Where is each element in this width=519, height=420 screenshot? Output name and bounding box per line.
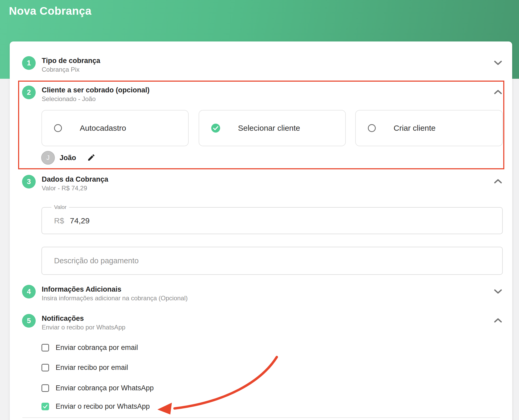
descricao-placeholder: Descrição do pagamento xyxy=(42,256,139,265)
chevron-down-icon[interactable] xyxy=(494,60,502,65)
chevron-up-icon[interactable] xyxy=(494,90,502,94)
section-5-title: Notificações xyxy=(42,314,84,323)
section-1-subtitle: Cobrança Pix xyxy=(42,66,80,73)
checkbox-label: Enviar cobrança por email xyxy=(56,344,138,352)
option-label: Selecionar cliente xyxy=(238,124,300,133)
chevron-up-icon[interactable] xyxy=(494,179,502,184)
checkbox-enviar-recibo-whatsapp[interactable]: Enviar o recibo por WhatsApp xyxy=(41,402,150,410)
checkbox-enviar-cobranca-whatsapp[interactable]: Enviar cobrança por WhatsApp xyxy=(41,384,154,392)
valor-input-label: Valor xyxy=(51,204,69,210)
descricao-input[interactable]: Descrição do pagamento xyxy=(41,247,503,275)
checkbox-unchecked-icon[interactable] xyxy=(41,384,49,392)
client-avatar: J xyxy=(41,151,55,165)
page-title: Nova Cobrança xyxy=(9,5,92,17)
option-criar-cliente[interactable]: Criar cliente xyxy=(355,110,503,146)
chevron-down-icon[interactable] xyxy=(494,289,502,294)
section-4-subtitle: Insira informações adicionar na cobrança… xyxy=(42,295,188,302)
option-label: Autocadastro xyxy=(80,124,126,133)
step-4-badge: 4 xyxy=(22,285,36,298)
step-2-badge: 2 xyxy=(22,86,36,99)
bottom-divider xyxy=(22,417,500,418)
checkbox-label: Enviar cobrança por WhatsApp xyxy=(56,384,154,392)
checkbox-unchecked-icon[interactable] xyxy=(41,344,49,351)
radio-unselected-icon[interactable] xyxy=(368,124,376,132)
pencil-icon[interactable] xyxy=(87,153,96,162)
checkbox-checked-icon[interactable] xyxy=(41,403,49,410)
checkbox-enviar-recibo-email[interactable]: Enviar recibo por email xyxy=(41,364,128,371)
checkbox-unchecked-icon[interactable] xyxy=(41,364,49,371)
client-name: João xyxy=(60,154,76,162)
valor-input[interactable]: Valor R$ 74,29 xyxy=(41,207,503,234)
step-1-badge: 1 xyxy=(22,56,36,70)
section-4-title: Informações Adicionais xyxy=(42,285,121,293)
section-5-subtitle: Enviar o recibo por WhatsApp xyxy=(42,324,125,331)
section-3-title: Dados da Cobrança xyxy=(42,175,108,183)
option-autocadastro[interactable]: Autocadastro xyxy=(41,110,189,146)
step-3-badge: 3 xyxy=(22,175,36,188)
checkbox-label: Enviar o recibo por WhatsApp xyxy=(56,402,150,411)
section-3-subtitle: Valor - R$ 74,29 xyxy=(42,185,87,192)
option-selecionar-cliente[interactable]: Selecionar cliente xyxy=(199,110,346,146)
page: Nova Cobrança 1 Tipo de cobrança Cobranç… xyxy=(0,0,519,420)
section-1-title: Tipo de cobrança xyxy=(42,57,100,65)
step-5-badge: 5 xyxy=(22,314,36,328)
checkbox-label: Enviar recibo por email xyxy=(56,364,128,372)
chevron-up-icon[interactable] xyxy=(494,318,502,323)
section-2-subtitle: Selecionado - João xyxy=(42,95,96,103)
section-2-title: Cliente a ser cobrado (opcional) xyxy=(42,86,150,94)
form-card: 1 Tipo de cobrança Cobrança Pix 2 Client… xyxy=(10,41,512,420)
checkbox-enviar-cobranca-email[interactable]: Enviar cobrança por email xyxy=(41,344,138,351)
radio-unselected-icon[interactable] xyxy=(54,124,62,132)
currency-prefix: R$ xyxy=(54,216,64,225)
valor-value: 74,29 xyxy=(70,216,89,225)
check-circle-icon[interactable] xyxy=(211,124,220,133)
option-label: Criar cliente xyxy=(394,124,436,133)
